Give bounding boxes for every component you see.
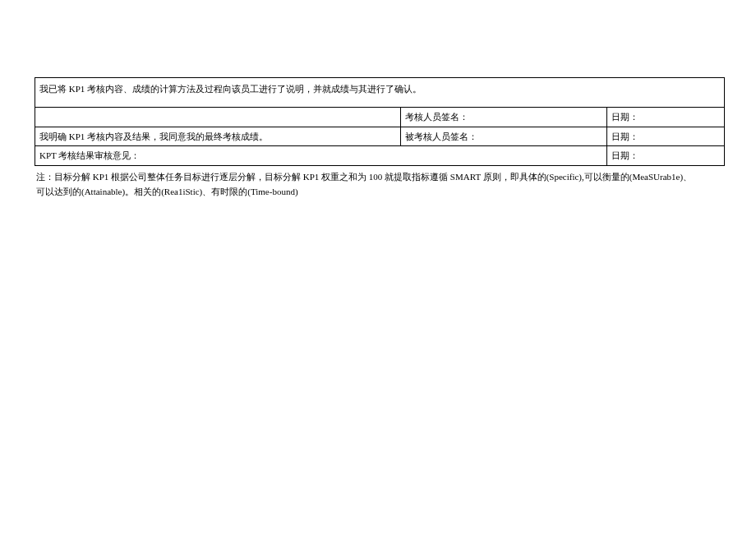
table-row: KPT 考核结果审核意见： 日期：	[35, 146, 725, 166]
cell-text: 我明确 KP1 考核内容及结果，我同意我的最终考核成绩。	[39, 131, 268, 141]
empty-cell	[35, 108, 401, 127]
kpi-signature-table: 我已将 KP1 考核内容、成绩的计算方法及过程向该员工进行了说明，并就成绩与其进…	[35, 77, 725, 166]
cell-text: 考核人员签名：	[405, 112, 468, 122]
document-container: 我已将 KP1 考核内容、成绩的计算方法及过程向该员工进行了说明，并就成绩与其进…	[0, 0, 756, 200]
date-cell: 日期：	[607, 146, 725, 166]
assessor-signature-cell: 考核人员签名：	[400, 108, 607, 127]
cell-text: 日期：	[611, 150, 638, 160]
table-row: 我已将 KP1 考核内容、成绩的计算方法及过程向该员工进行了说明，并就成绩与其进…	[35, 78, 725, 108]
cell-text: KPT 考核结果审核意见：	[39, 150, 140, 160]
cell-text: 日期：	[611, 112, 638, 122]
explanation-cell: 我已将 KP1 考核内容、成绩的计算方法及过程向该员工进行了说明，并就成绩与其进…	[35, 78, 725, 108]
cell-text: 日期：	[611, 131, 638, 141]
note-section: 注：目标分解 KP1 根据公司整体任务目标进行逐层分解，目标分解 KP1 权重之…	[35, 166, 725, 200]
confirmation-cell: 我明确 KP1 考核内容及结果，我同意我的最终考核成绩。	[35, 127, 401, 146]
cell-text: 被考核人员签名：	[405, 131, 477, 141]
date-cell: 日期：	[607, 127, 725, 146]
date-cell: 日期：	[607, 108, 725, 127]
assessee-signature-cell: 被考核人员签名：	[400, 127, 607, 146]
note-line2: 可以达到的(Attainable)。相关的(Rea1iStic)、有时限的(Ti…	[36, 184, 725, 200]
explanation-text: 我已将 KP1 考核内容、成绩的计算方法及过程向该员工进行了说明，并就成绩与其进…	[39, 84, 422, 94]
review-opinion-cell: KPT 考核结果审核意见：	[35, 146, 607, 166]
table-row: 我明确 KP1 考核内容及结果，我同意我的最终考核成绩。 被考核人员签名： 日期…	[35, 127, 725, 146]
table-row: 考核人员签名： 日期：	[35, 108, 725, 127]
note-line1: 注：目标分解 KP1 根据公司整体任务目标进行逐层分解，目标分解 KP1 权重之…	[36, 169, 725, 185]
